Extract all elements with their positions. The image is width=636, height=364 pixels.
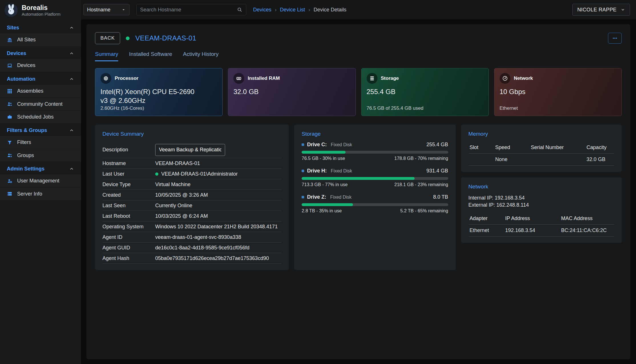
caret-down-icon — [121, 7, 126, 12]
row-label: Created — [102, 192, 155, 198]
row-label: Last Reboot — [102, 213, 155, 219]
tab-summary[interactable]: Summary — [95, 51, 118, 61]
sidebar-section-devices[interactable]: Devices — [0, 47, 81, 59]
col-adapter: Adapter — [470, 215, 505, 221]
sidebar-item-label: Assemblies — [17, 88, 43, 94]
sidebar-section-automation[interactable]: Automation — [0, 73, 81, 85]
row-value: veeam-draas-01-agent-svc-8930a338 — [155, 234, 241, 240]
hostname-filter-dropdown[interactable]: Hostname — [83, 4, 130, 15]
col-mac-address: MAC Address — [561, 215, 613, 221]
row-label: Hostname — [102, 160, 155, 166]
network-card: Network 10 Gbps Ethernet — [494, 68, 622, 116]
sidebar-item-devices[interactable]: Devices — [0, 59, 81, 72]
storage-panel: Storage Drive C: Fixed Disk 255.4 GB 76.… — [294, 125, 455, 270]
laptop-icon — [7, 63, 13, 68]
description-input[interactable] — [155, 144, 225, 156]
sidebar-item-label: Groups — [17, 152, 34, 158]
drive-type: Fixed Disk — [331, 142, 352, 147]
cell-speed: None — [495, 156, 531, 162]
row-value: de16c0c1-8aa2-4d18-9585-9ce91cf056fd — [155, 245, 249, 251]
tab-installed-software[interactable]: Installed Software — [129, 51, 172, 61]
row-label: Last Seen — [102, 203, 155, 209]
section-label: Automation — [7, 76, 35, 82]
ellipsis-icon — [612, 35, 618, 41]
sidebar-section-sites[interactable]: Sites — [0, 22, 81, 33]
drive-bullet-icon — [302, 170, 304, 172]
drive-used: 76.5 GB - 30% in use — [302, 156, 345, 161]
grid-icon — [7, 88, 13, 94]
panel-title: Network — [469, 184, 614, 190]
row-label: Last User — [102, 171, 155, 177]
drive-usage-bar — [302, 151, 448, 154]
disks-icon — [367, 73, 377, 84]
stat-cards: Processor Intel(R) Xeon(R) CPU E5-2690 v… — [95, 68, 622, 116]
panel-title: Storage — [302, 131, 448, 137]
search-input[interactable] — [140, 7, 237, 13]
breadcrumb: Devices › Device List › Device Details — [253, 7, 346, 13]
ram-icon — [233, 73, 244, 84]
sidebar-item-label: Filters — [17, 139, 31, 145]
drive-z-block: Drive Z: Fixed Disk 8.0 TB 2.8 TB - 35% … — [302, 194, 448, 213]
section-label: Devices — [7, 50, 26, 56]
brand-name: Borealis — [22, 4, 60, 11]
cpu-icon — [100, 73, 111, 84]
panel-title: Memory — [469, 131, 614, 137]
drive-name: Drive H: — [307, 168, 327, 174]
sidebar-item-filters[interactable]: Filters — [0, 136, 81, 149]
sidebar-item-scheduled-jobs[interactable]: Scheduled Jobs — [0, 110, 81, 123]
row-value: VEEAM-DRAAS-01\Administrator — [161, 171, 238, 177]
drive-bullet-icon — [302, 196, 304, 198]
chevron-up-icon — [69, 166, 74, 172]
drive-remaining: 218.1 GB - 23% remaining — [394, 182, 448, 187]
drive-bullet-icon — [302, 143, 304, 146]
network-table-header: Adapter IP Address MAC Address — [469, 213, 614, 225]
search-icon[interactable] — [237, 7, 243, 13]
device-details-panel: BACK VEEAM-DRAAS-01 Summary Installed So… — [86, 24, 630, 359]
people-icon — [7, 152, 13, 158]
sidebar-item-community-content[interactable]: Community Content — [0, 97, 81, 110]
summary-row-device-type: Device Type Virtual Machine — [102, 179, 281, 190]
more-actions-button[interactable] — [608, 33, 622, 44]
row-label: Operating System — [102, 224, 155, 230]
drive-usage-bar — [302, 177, 448, 180]
breadcrumb-devices[interactable]: Devices — [253, 7, 271, 13]
card-value: 32.0 GB — [233, 87, 329, 96]
drive-remaining: 178.8 GB - 70% remaining — [394, 156, 448, 161]
briefcase-icon — [7, 114, 13, 120]
summary-row-description: Description — [102, 142, 281, 158]
cell-mac-address: BC:24:11:CA:C6:2C — [561, 227, 613, 233]
sidebar: Borealis Automation Platform Sites All S… — [0, 0, 81, 364]
sidebar-item-server-info[interactable]: Server Info — [0, 187, 81, 200]
drive-usage-bar — [302, 203, 448, 206]
summary-row-agent-guid: Agent GUID de16c0c1-8aa2-4d18-9585-9ce91… — [102, 243, 281, 253]
tab-activity-history[interactable]: Activity History — [183, 51, 219, 61]
memory-panel: Memory Slot Speed Serial Number Capacity… — [461, 125, 622, 172]
sidebar-item-assemblies[interactable]: Assemblies — [0, 85, 81, 97]
row-value: Currently Online — [155, 203, 192, 209]
row-value: 10/03/2025 @ 6:24 AM — [155, 213, 208, 219]
cell-ip-address: 192.168.3.54 — [505, 227, 561, 233]
borealis-logo-icon — [4, 3, 18, 17]
sidebar-item-all-sites[interactable]: All Sites — [0, 33, 81, 46]
card-footer: 76.5 GB of 255.4 GB used — [367, 105, 483, 111]
online-status-dot — [126, 36, 130, 40]
sidebar-section-admin-settings[interactable]: Admin Settings — [0, 163, 81, 174]
card-title: Network — [514, 76, 533, 81]
back-button[interactable]: BACK — [95, 32, 120, 44]
breadcrumb-device-list[interactable]: Device List — [280, 7, 305, 13]
drive-used: 713.3 GB - 77% in use — [302, 182, 348, 187]
search-box[interactable] — [136, 4, 246, 15]
sidebar-item-label: User Management — [17, 178, 59, 184]
user-gear-icon — [7, 178, 13, 184]
row-value: 05ba0e7935171d626ecea29b27d7ae175363cd90 — [155, 255, 269, 261]
user-menu-button[interactable]: NICOLE RAPPE — [572, 4, 630, 16]
chevron-up-icon — [69, 51, 74, 56]
card-value: 255.4 GB — [367, 87, 463, 96]
external-ip: External IP: 162.248.8.114 — [469, 202, 614, 209]
sidebar-item-label: Server Info — [17, 191, 42, 197]
sidebar-item-groups[interactable]: Groups — [0, 149, 81, 162]
sidebar-section-filters-groups[interactable]: Filters & Groups — [0, 124, 81, 136]
sidebar-item-user-management[interactable]: User Management — [0, 174, 81, 187]
sidebar-item-label: Scheduled Jobs — [17, 114, 54, 120]
detail-grid: Device Summary Description Hostname VEEA… — [95, 125, 622, 270]
